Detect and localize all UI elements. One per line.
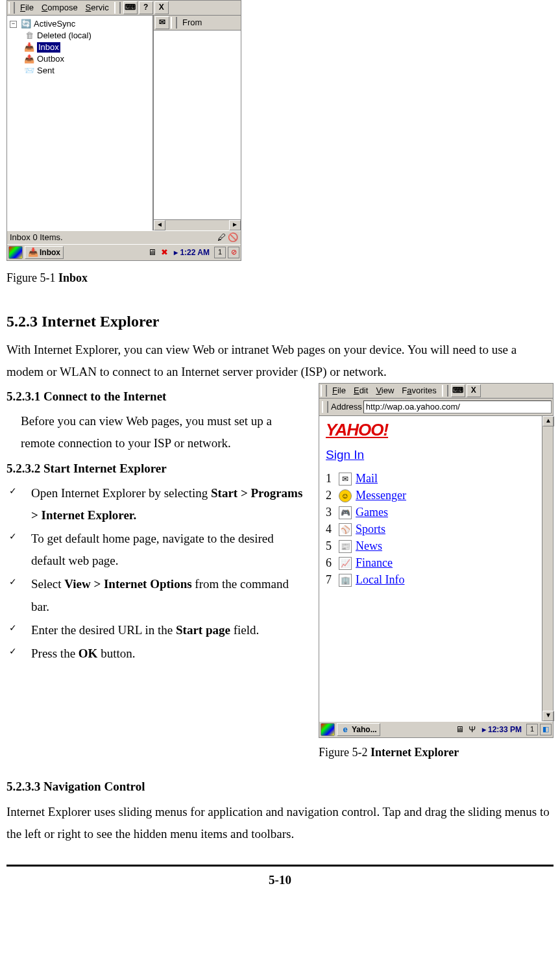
item-number: 1	[326, 472, 335, 486]
scroll-left-icon[interactable]: ◄	[154, 220, 165, 230]
list-item: ✓Enter the desired URL in the Start page…	[9, 619, 306, 641]
subsection-2-title: 5.2.3.2 Start Internet Explorer	[6, 458, 306, 480]
subsection-1-title: 5.2.3.1 Connect to the Internet	[6, 386, 306, 408]
check-icon: ✓	[9, 482, 31, 500]
tree-item-inbox[interactable]: Inbox	[37, 42, 60, 53]
vertical-scrollbar[interactable]: ▲ ▼	[542, 416, 553, 721]
address-input[interactable]: http://wap.oa.yahoo.com/	[363, 400, 552, 413]
help-button[interactable]: ?	[139, 1, 153, 14]
divider-icon	[171, 17, 177, 29]
tray-icon[interactable]: 1	[526, 724, 538, 735]
list-item: ✓Press the OK button.	[9, 643, 306, 665]
menu-file[interactable]: File	[328, 384, 350, 397]
finance-icon: 📈	[339, 557, 352, 570]
tree-item-outbox[interactable]: Outbox	[37, 54, 64, 64]
folder-tree[interactable]: − 🔄 ActiveSync 🗑Deleted (local) 📥Inbox 📤…	[7, 16, 154, 230]
link-news[interactable]: News	[356, 539, 382, 554]
subsection-1-text: Before you can view Web pages, you must …	[21, 410, 306, 454]
sports-icon: ⚾	[339, 523, 352, 536]
tree-item-sent[interactable]: Sent	[37, 66, 55, 76]
ie-screenshot: File Edit View Favorites ⌨ X Address htt…	[319, 383, 554, 738]
signin-link[interactable]: Sign In	[326, 448, 364, 463]
keyboard-icon[interactable]: ⌨	[123, 1, 138, 14]
link-finance[interactable]: Finance	[356, 556, 393, 571]
clock[interactable]: ▸ 1:22 AM	[174, 248, 210, 257]
scroll-down-icon[interactable]: ▼	[542, 711, 554, 721]
list-header: ✉ From	[154, 16, 241, 31]
ie-icon: e	[340, 724, 350, 735]
ie-menubar: File Edit View Favorites ⌨ X	[319, 384, 553, 399]
taskbar: eYaho... 🖥 Ψ ▸ 12:33 PM 1 ◧	[319, 721, 553, 737]
menu-favorites[interactable]: Favorites	[398, 384, 440, 397]
subsection-3-text: Internet Explorer uses sliding menus for…	[6, 801, 554, 845]
list-item: ✓Select View > Internet Options from the…	[9, 573, 306, 617]
desktop-icon[interactable]: 🖥	[147, 247, 157, 258]
column-from[interactable]: From	[178, 16, 206, 29]
mail-icon: ✉	[339, 473, 352, 486]
subsection-3-title: 5.2.3.3 Navigation Control	[6, 776, 554, 798]
address-bar: Address http://wap.oa.yahoo.com/	[319, 399, 553, 416]
close-button[interactable]: X	[467, 384, 481, 397]
item-number: 6	[326, 556, 335, 571]
yahoo-logo[interactable]: YAHOO!	[326, 420, 535, 440]
outbox-icon: 📤	[24, 54, 34, 64]
tool-icon: 🖊	[216, 232, 226, 243]
envelope-icon[interactable]: ✉	[155, 16, 169, 29]
item-number: 4	[326, 523, 335, 537]
messenger-icon: ☺	[339, 489, 352, 502]
browser-viewport[interactable]: YAHOO! Sign In 1✉Mail 2☺Messenger 3🎮Game…	[319, 416, 542, 721]
taskbar-app-button[interactable]: 📥Inbox	[25, 246, 64, 259]
tree-root-label[interactable]: ActiveSync	[34, 19, 75, 29]
clock[interactable]: ▸ 12:33 PM	[482, 725, 522, 734]
expander-icon[interactable]: −	[10, 21, 17, 28]
status-icons: 🖊 🚫	[216, 232, 238, 243]
menu-edit[interactable]: Edit	[350, 384, 372, 397]
check-icon: ✓	[9, 573, 31, 591]
bullet-list: ✓Open Internet Explorer by selecting Sta…	[9, 482, 306, 665]
inbox-menubar: FFileile Compose Servic ⌨ ? X	[7, 1, 241, 16]
start-button[interactable]	[321, 723, 335, 736]
item-number: 3	[326, 506, 335, 520]
menu-view[interactable]: View	[372, 384, 398, 397]
scroll-right-icon[interactable]: ►	[229, 220, 241, 230]
tray-icon[interactable]: ◧	[540, 724, 552, 735]
list-item: ✓Open Internet Explorer by selecting Sta…	[9, 482, 306, 526]
tray-icon[interactable]: ⊘	[228, 247, 239, 258]
status-bar: Inbox 0 Items. 🖊 🚫	[7, 230, 241, 244]
grip-icon	[321, 385, 327, 397]
check-icon: ✓	[9, 619, 31, 637]
horizontal-scrollbar[interactable]: ◄ ►	[154, 219, 241, 230]
link-messenger[interactable]: Messenger	[356, 489, 406, 503]
message-list[interactable]	[154, 31, 241, 219]
menu-file[interactable]: FFileile	[16, 1, 38, 14]
list-item: ✓To get default home page, navigate to t…	[9, 528, 306, 572]
close-button[interactable]: X	[154, 1, 169, 14]
inbox-screenshot: FFileile Compose Servic ⌨ ? X − 🔄 Active…	[6, 0, 241, 261]
grip-icon	[442, 385, 448, 397]
link-mail[interactable]: Mail	[356, 472, 378, 486]
keyboard-icon[interactable]: ⌨	[451, 384, 465, 397]
inbox-icon: 📥	[24, 42, 34, 53]
scroll-up-icon[interactable]: ▲	[542, 416, 554, 426]
link-sports[interactable]: Sports	[356, 523, 385, 537]
check-icon: ✓	[9, 528, 31, 545]
grip-icon	[114, 2, 121, 14]
sent-icon: 📨	[24, 66, 34, 76]
figure-caption-1: Figure 5-1 Inbox	[6, 267, 554, 288]
local-info-icon: 🏢	[339, 574, 352, 587]
link-local-info[interactable]: Local Info	[356, 573, 404, 587]
menu-compose[interactable]: Compose	[38, 1, 82, 14]
page-number: 5-10	[6, 865, 554, 891]
figure-caption-2: Figure 5-2 Internet Explorer	[319, 742, 554, 763]
menu-service[interactable]: Servic	[82, 1, 113, 14]
tree-item-deleted[interactable]: Deleted (local)	[37, 31, 91, 41]
link-games[interactable]: Games	[356, 506, 388, 520]
item-number: 7	[326, 573, 335, 587]
taskbar-app-button[interactable]: eYaho...	[337, 723, 380, 736]
grip-icon	[322, 401, 328, 413]
trash-icon: 🗑	[24, 31, 34, 41]
tray-icon[interactable]: 1	[214, 247, 226, 258]
start-button[interactable]	[8, 246, 23, 259]
no-entry-icon: 🚫	[228, 232, 238, 243]
desktop-icon[interactable]: 🖥	[455, 724, 465, 735]
